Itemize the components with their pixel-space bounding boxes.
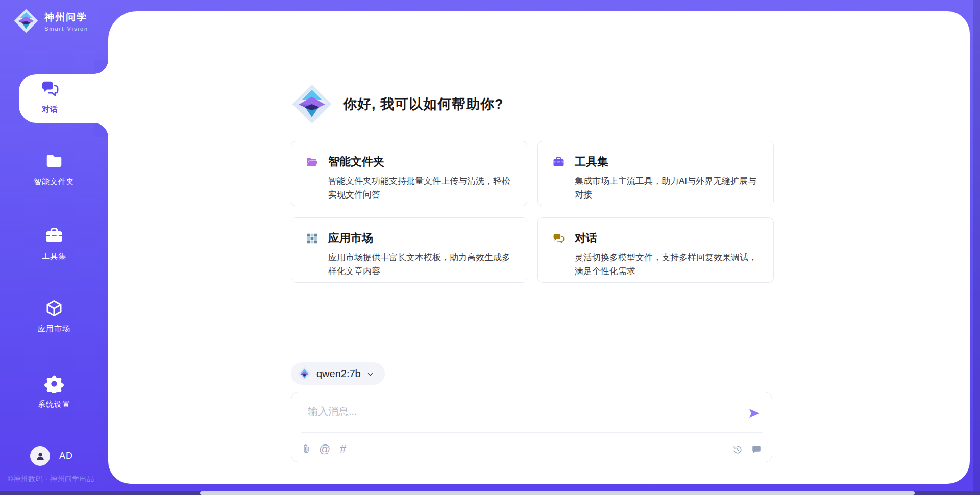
sidebar-item-label: 智能文件夹 bbox=[4, 177, 104, 187]
message-input[interactable] bbox=[307, 401, 727, 422]
app-window: 神州问学 Smart Vision 对话 智能文件夹 工具集 应用市场 系统设置 bbox=[0, 0, 980, 495]
sidebar-item-smart-folder[interactable]: 智能文件夹 bbox=[4, 152, 104, 187]
send-button[interactable] bbox=[747, 406, 762, 420]
folder-icon bbox=[44, 152, 64, 171]
brand-subtitle: Smart Vision bbox=[44, 26, 88, 32]
sidebar-item-settings[interactable]: 系统设置 bbox=[4, 374, 104, 409]
model-selector[interactable]: qwen2:7b bbox=[291, 362, 385, 385]
card-title: 工具集 bbox=[575, 154, 760, 169]
diamond-logo-icon bbox=[291, 83, 333, 126]
chat-icon bbox=[40, 79, 60, 98]
diamond-logo-icon bbox=[13, 8, 39, 34]
copyright-footer: ©神州数码 · 神州问学出品 bbox=[8, 475, 94, 484]
sidebar-item-label: 工具集 bbox=[4, 252, 104, 261]
brand-name: 神州问学 bbox=[44, 11, 88, 24]
main-panel: 你好, 我可以如何帮助你? 智能文件夹 智能文件夹功能支持批量文件上传与清洗，轻… bbox=[108, 11, 970, 484]
brand: 神州问学 Smart Vision bbox=[13, 8, 88, 34]
card-description: 智能文件夹功能支持批量文件上传与清洗，轻松实现文件问答 bbox=[328, 174, 513, 202]
hash-icon[interactable]: # bbox=[337, 443, 349, 455]
toolbox-icon bbox=[44, 226, 64, 245]
feature-card-chat[interactable]: 对话 灵活切换多模型文件，支持多样回复效果调试，满足个性化需求 bbox=[537, 217, 774, 283]
folder-open-icon bbox=[306, 156, 318, 168]
card-description: 集成市场上主流工具，助力AI与外界无缝扩展与对接 bbox=[575, 174, 760, 202]
sidebar-item-label: 对话 bbox=[19, 105, 81, 114]
feature-card-app-market[interactable]: 应用市场 应用市场提供丰富长文本模板，助力高效生成多样化文章内容 bbox=[291, 217, 527, 283]
chevron-down-icon bbox=[366, 370, 375, 379]
history-icon[interactable] bbox=[732, 444, 743, 455]
feature-card-toolset[interactable]: 工具集 集成市场上主流工具，助力AI与外界无缝扩展与对接 bbox=[537, 141, 774, 206]
vertical-scrollbar-track[interactable] bbox=[973, 0, 980, 491]
gear-icon bbox=[44, 374, 64, 393]
card-title: 智能文件夹 bbox=[328, 154, 513, 169]
sidebar-item-label: 系统设置 bbox=[4, 400, 104, 409]
sidebar-item-chat[interactable]: 对话 bbox=[19, 74, 108, 123]
card-title: 对话 bbox=[575, 231, 760, 246]
horizontal-scrollbar-thumb[interactable] bbox=[200, 491, 915, 495]
model-name: qwen2:7b bbox=[316, 368, 361, 380]
feature-cards: 智能文件夹 智能文件夹功能支持批量文件上传与清洗，轻松实现文件问答 工具集 集成… bbox=[291, 141, 774, 283]
paperclip-icon[interactable] bbox=[301, 443, 312, 455]
composer-left-tools: @ # bbox=[301, 443, 349, 455]
sidebar: 神州问学 Smart Vision 对话 智能文件夹 工具集 应用市场 系统设置 bbox=[0, 0, 108, 495]
person-icon bbox=[35, 451, 46, 462]
chat-bubble-icon[interactable] bbox=[751, 444, 762, 455]
user-name: AD bbox=[59, 451, 73, 461]
composer-divider bbox=[301, 432, 763, 433]
at-icon[interactable]: @ bbox=[319, 443, 330, 455]
card-description: 应用市场提供丰富长文本模板，助力高效生成多样化文章内容 bbox=[328, 251, 513, 278]
diamond-logo-icon bbox=[298, 367, 311, 381]
sidebar-item-label: 应用市场 bbox=[4, 324, 104, 334]
send-icon bbox=[747, 406, 762, 420]
horizontal-scrollbar-track[interactable] bbox=[0, 491, 980, 495]
feature-card-smart-folder[interactable]: 智能文件夹 智能文件夹功能支持批量文件上传与清洗，轻松实现文件问答 bbox=[291, 141, 527, 206]
sidebar-item-toolset[interactable]: 工具集 bbox=[4, 226, 104, 261]
card-description: 灵活切换多模型文件，支持多样回复效果调试，满足个性化需求 bbox=[575, 251, 760, 278]
greeting-title: 你好, 我可以如何帮助你? bbox=[343, 95, 504, 113]
cube-icon bbox=[44, 299, 64, 318]
hero: 你好, 我可以如何帮助你? bbox=[291, 83, 504, 126]
composer: @ # bbox=[291, 392, 772, 462]
sidebar-item-app-market[interactable]: 应用市场 bbox=[4, 299, 104, 334]
toolbox-icon bbox=[552, 156, 565, 168]
avatar bbox=[30, 446, 50, 466]
card-title: 应用市场 bbox=[328, 231, 513, 246]
chat-icon bbox=[552, 232, 565, 245]
user-profile[interactable]: AD bbox=[30, 446, 73, 466]
grid-icon bbox=[306, 232, 318, 245]
composer-right-tools bbox=[732, 444, 762, 455]
